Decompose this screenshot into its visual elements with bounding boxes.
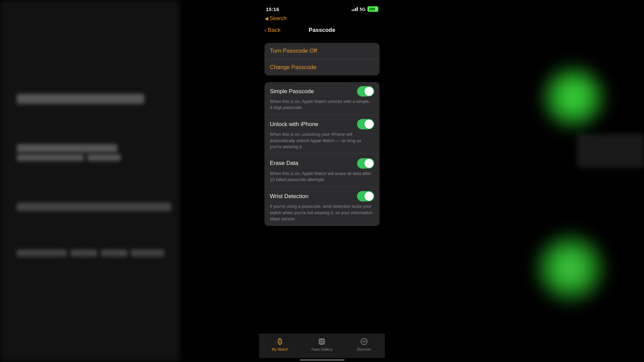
face-gallery-icon [317,337,327,346]
back-label: Back [268,27,281,34]
signal-bar-1 [352,10,353,11]
bg-left-blur [0,0,179,362]
turn-passcode-off-row[interactable]: Turn Passcode Off [265,43,380,59]
svg-rect-8 [322,342,324,344]
simple-passcode-toggle[interactable] [357,86,374,97]
green-glow-bottom [530,228,610,308]
signal-bar-2 [353,9,354,11]
bg-blur-row [17,203,171,211]
wrist-detection-desc: If you're using a passcode, wrist detect… [270,203,374,222]
simple-passcode-label: Simple Passcode [270,88,314,95]
bg-blur-row2c [101,250,127,256]
wrist-detection-toggle[interactable] [357,191,374,201]
unlock-iphone-thumb [365,120,374,129]
erase-data-row: Erase Data When this is on, Apple Watch … [265,154,380,187]
erase-data-toggle[interactable] [357,158,374,169]
bg-blur-row2a [17,250,67,256]
discover-icon [359,337,369,346]
green-glow-top [537,60,610,134]
svg-rect-7 [320,342,322,344]
change-passcode-row[interactable]: Change Passcode [265,59,380,75]
bg-blur-row2d [131,250,164,256]
tab-my-watch[interactable]: My Watch [270,337,290,351]
my-watch-icon [275,337,285,346]
change-passcode-label: Change Passcode [270,64,317,71]
wrist-detection-row: Wrist Detection If you're using a passco… [265,187,380,226]
tab-face-gallery[interactable]: Face Gallery [312,337,332,351]
erase-data-track [357,158,374,169]
signal-bars [352,7,358,11]
unlock-iphone-toggle[interactable] [357,119,374,129]
unlock-iphone-row: Unlock with iPhone When this is on, unlo… [265,115,380,154]
discover-tab-label: Discover [357,348,371,351]
unlock-iphone-label: Unlock with iPhone [270,121,319,128]
signal-bar-4 [357,7,358,11]
wrist-detection-main: Wrist Detection [270,191,374,201]
svg-rect-6 [322,340,324,341]
bg-blur-text3b [87,154,121,161]
bg-blur-row2b [70,250,97,256]
svg-point-3 [279,341,281,343]
battery-label: 100 [369,7,375,11]
toggles-section: Simple Passcode When this is on, Apple W… [265,82,380,226]
face-gallery-tab-label: Face Gallery [312,348,332,351]
status-bar: 15:16 5G 100 [259,0,385,15]
bg-right-blur [577,134,644,168]
erase-data-desc: When this is on, Apple Watch will erase … [270,171,374,183]
back-button[interactable]: ‹ Back [265,27,281,34]
wrist-detection-thumb [365,192,374,201]
simple-passcode-track [357,86,374,97]
simple-passcode-row: Simple Passcode When this is on, Apple W… [265,82,380,115]
content-area: Turn Passcode Off Change Passcode Simple… [259,38,385,334]
simple-passcode-thumb [365,87,374,96]
page-title: Passcode [309,27,335,34]
bg-blur-text1 [17,94,144,104]
unlock-iphone-main: Unlock with iPhone [270,119,374,129]
search-back-arrow: ◀ [265,16,268,21]
erase-data-label: Erase Data [270,160,299,167]
back-chevron-icon: ‹ [265,27,267,34]
svg-rect-5 [320,340,322,341]
status-icons: 5G 100 [352,6,378,12]
turn-passcode-off-label: Turn Passcode Off [270,48,317,54]
erase-data-thumb [365,159,374,168]
phone-frame: 15:16 5G 100 ◀ Search ‹ Back Passcode [259,0,385,362]
my-watch-tab-label: My Watch [272,348,288,351]
battery-container: 100 [368,6,378,12]
signal-bar-3 [355,8,356,11]
search-row[interactable]: ◀ Search [259,15,385,24]
simple-passcode-main: Simple Passcode [270,86,374,97]
wrist-detection-label: Wrist Detection [270,193,309,200]
home-indicator [300,359,344,361]
passcode-actions-card: Turn Passcode Off Change Passcode [265,43,380,75]
simple-passcode-desc: When this is on, Apple Watch unlocks wit… [270,99,374,111]
bg-blur-text2 [17,144,117,153]
nav-bar: ‹ Back Passcode [259,24,385,38]
svg-rect-1 [279,338,281,340]
status-time: 15:16 [266,6,279,12]
unlock-iphone-desc: When this is on, unlocking your iPhone w… [270,131,374,150]
tab-bar: My Watch Face Gallery [259,334,385,358]
tab-discover[interactable]: Discover [354,337,374,351]
unlock-iphone-track [357,119,374,129]
fiveg-label: 5G [360,7,365,12]
bg-blur-text3a [17,154,84,161]
svg-rect-2 [279,344,281,345]
wrist-detection-track [357,191,374,201]
search-label[interactable]: Search [270,15,287,21]
erase-data-main: Erase Data [270,158,374,169]
